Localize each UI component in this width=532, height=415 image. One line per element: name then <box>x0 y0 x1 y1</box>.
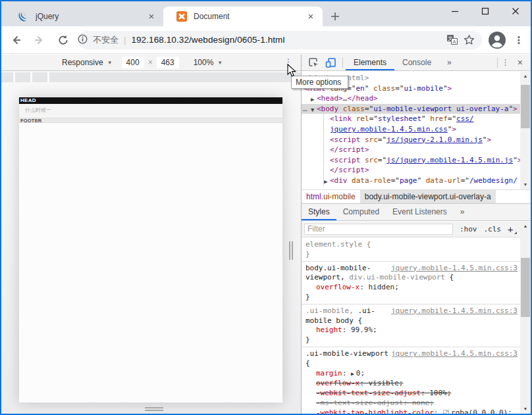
device-emulation-pane: Responsive▼ 400 × 463 100%▼ ⋮ HEAD 什么时候一… <box>1 55 301 414</box>
css-property[interactable]: -ms-text-size-adjust: none; <box>306 399 519 408</box>
breadcrumb-item[interactable]: body.ui-mobile-viewport.ui-overlay-a <box>360 190 496 203</box>
browser-menu-icon[interactable] <box>510 31 528 49</box>
stylesheet-source-link[interactable]: jquery.mobile-1.4.5.min.css:3 <box>391 264 518 274</box>
tree-node[interactable]: ▶<div data-role="page" data-url="/webdes… <box>302 176 521 186</box>
styles-scrollbar[interactable]: ▲▼ <box>520 222 531 414</box>
tree-node[interactable]: jquery.mobile-1.4.5.min.css"> <box>302 124 521 135</box>
css-rule[interactable]: jquery.mobile-1.4.5.min.css:3.ui-mobile-… <box>302 347 520 414</box>
tree-node[interactable]: ▶<head>…</head> <box>302 93 521 104</box>
tab-console[interactable]: Console <box>394 55 439 70</box>
new-tab-button[interactable] <box>329 11 348 22</box>
styles-pane[interactable]: element.style {}jquery.mobile-1.4.5.min.… <box>302 238 520 414</box>
device-width-input[interactable]: 400 <box>122 57 144 68</box>
syntax-segment: data-role <box>348 176 391 185</box>
scrollbar-thumb[interactable] <box>521 85 530 128</box>
tree-node[interactable]: <link rel="stylesheet" href="css/ <box>302 114 521 124</box>
close-button[interactable] <box>500 1 531 21</box>
media-query-bar[interactable] <box>1 72 13 82</box>
breadcrumb-item[interactable]: html.ui-mobile <box>302 190 360 203</box>
tree-node[interactable]: </script> <box>302 165 521 176</box>
media-query-bar[interactable] <box>49 72 301 82</box>
tab-event-listeners[interactable]: Event Listeners <box>386 204 454 220</box>
expand-arrow-icon[interactable]: ▶ <box>324 177 327 187</box>
scrollbar-up-arrow[interactable]: ▲ <box>520 222 531 231</box>
syntax-segment: { <box>362 240 371 249</box>
address-bar[interactable]: 不安全 | 192.168.10.32/webdesign/0605-1.htm… <box>78 31 482 49</box>
maximize-button[interactable] <box>470 1 500 21</box>
tree-node[interactable]: </script> <box>302 145 521 155</box>
syntax-segment: class <box>338 105 365 113</box>
translate-icon[interactable]: 文 A <box>446 34 458 45</box>
url-text[interactable]: 192.168.10.32/webdesign/0605-1.html <box>131 35 284 45</box>
media-query-bar[interactable] <box>32 72 47 82</box>
new-style-rule-button[interactable]: + <box>508 224 518 235</box>
devtools-close-icon[interactable]: × <box>516 57 524 68</box>
syntax-segment: ui-mobile-viewport ui-overlay-a <box>373 105 508 113</box>
syntax-segment: > <box>452 125 456 134</box>
scrollbar-thumb[interactable] <box>521 258 530 317</box>
toggle-class-button[interactable]: .cls <box>484 225 502 233</box>
elements-scrollbar[interactable]: ▲▼ <box>520 72 531 189</box>
info-icon[interactable] <box>78 34 88 46</box>
minimize-button[interactable] <box>440 1 470 21</box>
sidebar-more-tabs-icon[interactable]: » <box>454 204 471 220</box>
device-type-select[interactable]: Responsive▼ <box>62 58 113 67</box>
syntax-segment: class <box>369 84 395 93</box>
syntax-segment: " <box>443 84 448 93</box>
css-property[interactable]: overflow-x: visible; <box>306 379 519 389</box>
scrollbar-down-arrow[interactable]: ▼ <box>520 180 531 189</box>
device-height-input[interactable]: 463 <box>157 57 179 68</box>
css-property[interactable]: -webkit-text-size-adjust: 100%; <box>306 389 519 399</box>
toggle-hover-state-button[interactable]: :hov <box>460 225 477 233</box>
more-tabs-icon[interactable]: » <box>439 55 460 70</box>
tab-computed[interactable]: Computed <box>336 204 386 220</box>
scrollbar-up-arrow[interactable]: ▲ <box>520 72 531 81</box>
tab-jquery[interactable]: jQuery × <box>5 7 163 26</box>
styles-filter-input[interactable]: Filter <box>304 224 453 235</box>
tab-close-icon[interactable]: × <box>146 11 157 22</box>
css-property[interactable]: -webkit-tap-highlight-color: rgba(0,0,0,… <box>306 408 519 414</box>
scrollbar-down-arrow[interactable]: ▼ <box>520 404 531 414</box>
device-zoom-select[interactable]: 100%▼ <box>194 58 223 67</box>
color-swatch[interactable] <box>443 410 449 414</box>
inspect-element-icon[interactable] <box>308 57 319 68</box>
tree-node[interactable]: …▼<body class="ui-mobile-viewport ui-ove… <box>302 104 521 114</box>
devtools-menu-icon[interactable]: ⋮ <box>500 58 511 67</box>
dropdown-arrow-icon: ▼ <box>107 60 113 66</box>
css-property[interactable]: margin: ▶0; <box>306 369 519 379</box>
tree-node[interactable]: <script src="js/jquery-2.1.0.min.js"> <box>302 135 521 145</box>
media-query-bar[interactable] <box>15 72 30 82</box>
css-rule[interactable]: element.style {} <box>302 238 520 262</box>
forward-button[interactable] <box>30 31 49 49</box>
bookmark-star-icon[interactable] <box>464 34 475 45</box>
viewport-resize-handle-bottom[interactable] <box>145 407 163 411</box>
profile-avatar[interactable] <box>489 32 506 49</box>
device-toolbar-toggle-icon[interactable] <box>325 57 336 68</box>
security-label[interactable]: 不安全 <box>93 34 119 46</box>
syntax-segment: =" <box>365 105 373 113</box>
tree-node[interactable]: <script src="js/jquery.mobile-1.4.5.min.… <box>302 155 521 166</box>
viewport-resize-handle-right[interactable] <box>289 241 293 260</box>
syntax-segment: <body <box>317 105 338 113</box>
tab-styles[interactable]: Styles <box>302 204 336 220</box>
tab-document[interactable]: Document × <box>163 7 323 26</box>
back-button[interactable] <box>7 31 25 49</box>
stylesheet-source-link[interactable]: jquery.mobile-1.4.5.min.css:3 <box>391 349 518 359</box>
syntax-segment: > <box>513 105 518 113</box>
css-property[interactable]: height: 99.9%; <box>306 326 519 335</box>
css-rule[interactable]: jquery.mobile-1.4.5.min.css:3.ui-mobile,… <box>302 305 520 347</box>
tab-close-icon[interactable]: × <box>306 11 316 22</box>
reload-button[interactable] <box>54 31 72 49</box>
dropdown-arrow-icon: ▼ <box>217 60 223 66</box>
elements-tree[interactable]: <!doctype html><html lang="en" class="ui… <box>302 72 521 189</box>
stylesheet-source-link[interactable]: jquery.mobile-1.4.5.min.css:3 <box>391 306 518 316</box>
css-rule[interactable]: jquery.mobile-1.4.5.min.css:3body.ui-mob… <box>302 262 520 305</box>
tab-elements[interactable]: Elements <box>346 55 394 70</box>
expand-shorthand-icon[interactable]: ▶ <box>351 371 354 377</box>
elements-breadcrumbs: html.ui-mobilebody.ui-mobile-viewport.ui… <box>302 189 531 204</box>
syntax-segment: =" <box>378 156 386 164</box>
syntax-segment: > <box>448 84 452 93</box>
mouse-cursor <box>287 64 298 80</box>
css-property[interactable]: overflow-x: hidden; <box>306 283 519 293</box>
syntax-segment: =" <box>461 176 469 185</box>
